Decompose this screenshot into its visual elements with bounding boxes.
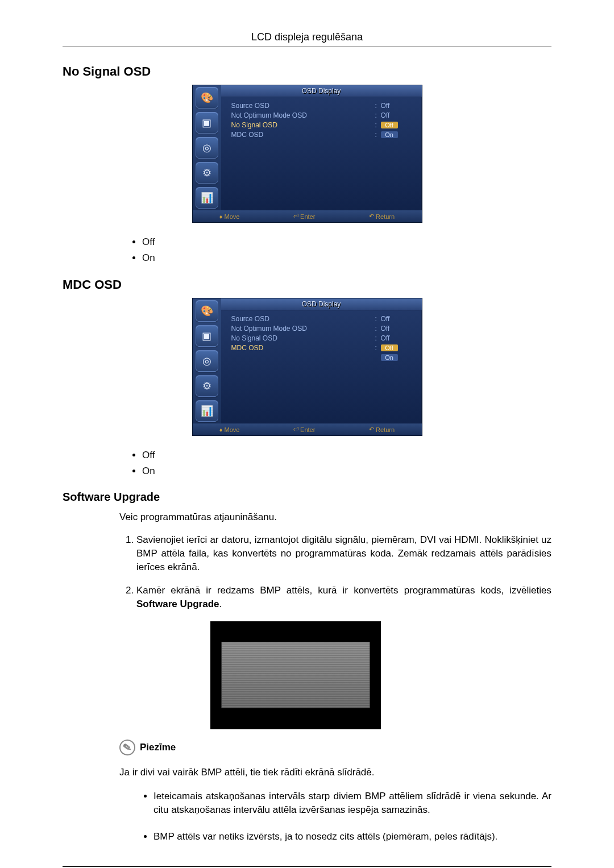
osd-title: OSD Display [221,85,422,97]
osd-row-label: No Signal OSD [231,121,375,129]
gear-icon: ⚙ [196,375,218,397]
osd-row-value: Off [381,315,412,323]
step-2: Kamēr ekrānā ir redzams BMP attēls, kurā… [136,584,551,611]
osd-row: On [231,354,412,362]
paint-icon: 🎨 [196,87,218,109]
osd-list: Source OSD:OffNot Optimum Mode OSD:OffNo… [221,85,422,210]
osd-footer: ♦ Move ⏎ Enter ↶ Return [193,423,422,435]
heading-software-upgrade: Software Upgrade [63,491,551,504]
osd-row: No Signal OSD:Off [231,121,412,129]
osd-title: OSD Display [221,298,422,310]
osd-row-value: Off [381,111,412,119]
osd-row-value: Off [381,102,412,110]
chart-icon: 📊 [196,187,218,209]
note-heading: ✎ Piezīme [63,740,551,755]
move-hint: ♦ Move [219,426,240,433]
software-intro: Veic programmatūras atjaunināšanu. [63,512,551,523]
osd-row: Source OSD:Off [231,102,412,110]
paint-icon: 🎨 [196,300,218,322]
osd-row-value: On [381,131,412,139]
osd-screenshot-1: OSD Display 🎨 ▣ ◎ ⚙ 📊 Source OSD:OffNot … [63,85,551,223]
osd-row-value: Off [381,334,412,342]
footer-rule [63,866,551,867]
osd-row: MDC OSD:Off [231,344,412,352]
option-off: Off [142,236,551,248]
heading-mdc-osd: MDC OSD [63,277,551,292]
osd-row: Not Optimum Mode OSD:Off [231,325,412,333]
enter-hint: ⏎ Enter [293,426,315,433]
osd-row: Source OSD:Off [231,315,412,323]
adjust-icon: ▣ [196,112,218,134]
circle-icon: ◎ [196,350,218,372]
osd-row: Not Optimum Mode OSD:Off [231,111,412,119]
options-list-2: Off On [63,450,551,477]
heading-no-signal-osd: No Signal OSD [63,64,551,79]
osd-iconbar: 🎨 ▣ ◎ ⚙ 📊 [193,298,221,423]
page-header: LCD displeja regulēšana [63,31,551,47]
osd-row-label: MDC OSD [231,131,375,139]
osd-row-value: On [381,354,412,362]
options-list-1: Off On [63,236,551,264]
return-hint: ↶ Return [369,213,395,220]
osd-row: No Signal OSD:Off [231,334,412,342]
osd-iconbar: 🎨 ▣ ◎ ⚙ 📊 [193,85,221,210]
osd-screenshot-2: OSD Display 🎨 ▣ ◎ ⚙ 📊 Source OSD:OffNot … [63,298,551,436]
osd-row-label: MDC OSD [231,344,375,352]
osd-row-label: Not Optimum Mode OSD [231,325,375,333]
upgrade-bmp-illustration [210,621,381,729]
osd-row-label: No Signal OSD [231,334,375,342]
osd-row-value: Off [381,325,412,333]
chart-icon: 📊 [196,400,218,422]
osd-list: Source OSD:OffNot Optimum Mode OSD:OffNo… [221,298,422,423]
osd-row-value: Off [381,344,412,352]
note-bullet-1: Ieteicamais atskaņošanas intervāls starp… [154,790,551,817]
adjust-icon: ▣ [196,325,218,347]
osd-row-label: Source OSD [231,102,375,110]
note-paragraph: Ja ir divi vai vairāk BMP attēli, tie ti… [63,766,551,779]
option-off: Off [142,450,551,461]
note-bullet-2: BMP attēls var netiks izvērsts, ja to no… [154,830,551,844]
osd-row-label: Source OSD [231,315,375,323]
osd-row-value: Off [381,121,412,129]
note-icon: ✎ [118,738,136,757]
enter-hint: ⏎ Enter [293,213,315,220]
circle-icon: ◎ [196,137,218,159]
osd-footer: ♦ Move ⏎ Enter ↶ Return [193,210,422,222]
gear-icon: ⚙ [196,162,218,184]
osd-row-label: Not Optimum Mode OSD [231,111,375,119]
option-on: On [142,466,551,477]
option-on: On [142,252,551,264]
step-1: Savienojiet ierīci ar datoru, izmantojot… [136,533,551,574]
osd-row: MDC OSD:On [231,131,412,139]
move-hint: ♦ Move [219,213,240,220]
return-hint: ↶ Return [369,426,395,433]
